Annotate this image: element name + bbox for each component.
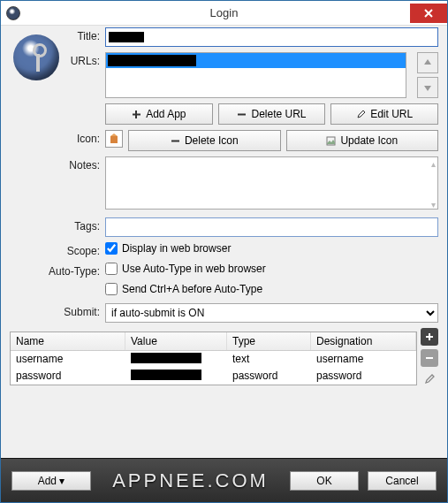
col-type[interactable]: Type: [227, 332, 311, 350]
submit-label: Submit:: [10, 303, 105, 318]
url-item-selected[interactable]: [106, 53, 406, 68]
url-value-redacted: [108, 55, 196, 66]
edit-field-button[interactable]: [421, 370, 438, 388]
plus-icon: [132, 110, 141, 119]
scope-label: Scope:: [10, 242, 105, 257]
urls-list[interactable]: [105, 52, 406, 98]
title-input[interactable]: [105, 27, 438, 47]
display-browser-checkbox[interactable]: Display in web browser: [105, 242, 231, 255]
image-icon: [326, 136, 336, 146]
notes-label: Notes:: [10, 156, 105, 171]
update-icon-button[interactable]: Update Icon: [286, 130, 439, 151]
url-move-down-button[interactable]: [417, 77, 438, 98]
col-value[interactable]: Value: [125, 332, 227, 350]
remove-field-button[interactable]: [421, 349, 438, 367]
fields-grid: Name Value Type Designation usernametext…: [10, 332, 417, 385]
table-row[interactable]: passwordpasswordpassword: [11, 368, 416, 385]
col-designation[interactable]: Designation: [311, 332, 416, 350]
delete-icon-button[interactable]: Delete Icon: [128, 130, 281, 151]
submit-select[interactable]: if auto-submit is ON: [105, 303, 438, 323]
footer-add-button[interactable]: Add ▾: [11, 471, 91, 491]
pencil-icon: [356, 110, 366, 119]
icon-label: Icon:: [10, 130, 105, 145]
col-name[interactable]: Name: [11, 332, 125, 350]
login-window: Login Title: URLs:: [0, 0, 448, 503]
edit-url-button[interactable]: Edit URL: [330, 103, 438, 125]
send-ctrl-a-checkbox[interactable]: Send Ctrl+A before Auto-Type: [105, 283, 262, 295]
titlebar: Login: [1, 1, 447, 26]
title-value-redacted: [109, 32, 144, 42]
svg-rect-0: [110, 136, 118, 143]
tags-input[interactable]: [105, 217, 438, 237]
content-area: Title: URLs:: [1, 26, 447, 458]
window-title: Login: [1, 6, 447, 19]
ok-button[interactable]: OK: [290, 471, 359, 491]
notes-textarea[interactable]: [105, 156, 438, 210]
tags-label: Tags:: [10, 217, 105, 232]
close-button[interactable]: [410, 4, 447, 23]
add-app-button[interactable]: Add App: [105, 103, 213, 125]
cancel-button[interactable]: Cancel: [368, 471, 437, 491]
use-autotype-checkbox[interactable]: Use Auto-Type in web browser: [105, 263, 266, 275]
footer-bar: Add ▾ APPNEE.COM OK Cancel: [1, 458, 447, 502]
add-field-button[interactable]: [421, 328, 438, 346]
urls-label: URLs:: [10, 52, 105, 67]
grid-header: Name Value Type Designation: [11, 332, 416, 351]
autotype-label: Auto-Type:: [10, 263, 105, 278]
app-icon: [6, 6, 20, 20]
minus-icon: [171, 136, 180, 146]
delete-url-button[interactable]: Delete URL: [218, 103, 326, 125]
watermark-brand: APPNEE.COM: [100, 469, 281, 492]
title-label: Title:: [10, 27, 105, 42]
minus-icon: [237, 110, 247, 119]
table-row[interactable]: usernametextusername: [11, 351, 416, 368]
item-icon-preview: [105, 130, 123, 148]
url-move-up-button[interactable]: [417, 52, 438, 73]
